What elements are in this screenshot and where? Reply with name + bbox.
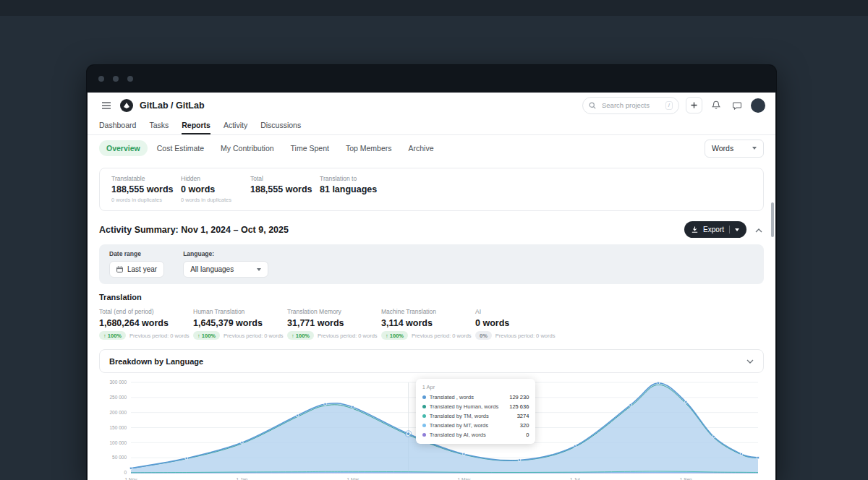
reports-subtabs: OverviewCost EstimateMy ContributionTime… [99,140,441,156]
search-input[interactable] [600,100,661,110]
download-icon [692,226,698,233]
app-header: GitLab / GitLab / [88,93,775,116]
previous-period-note: Previous period: 0 words [318,333,378,339]
translation-metrics: Total (end of period)1,680,264 words↑ 10… [99,308,764,340]
svg-text:1 Sep: 1 Sep [680,477,692,480]
tab-tasks[interactable]: Tasks [149,116,169,134]
tooltip-series-value: 3274 [510,413,529,419]
collapse-section-button[interactable] [754,224,764,235]
tooltip-series-value: 320 [513,422,529,429]
trend-badge: ↑ 100% [381,331,408,340]
series-color-dot [422,424,426,427]
chart-tooltip: 1 Apr Translated , words129 230Translate… [416,379,536,444]
tooltip-row: Translated by Human, words125 636 [422,402,529,411]
scrollbar-thumb[interactable] [771,202,774,237]
user-avatar[interactable] [751,98,765,113]
search-box[interactable]: / [582,97,679,114]
export-label: Export [703,226,724,233]
window-control-close[interactable] [98,76,104,82]
search-shortcut-hint: / [665,101,673,110]
metric-trend-row: 0%Previous period: 0 words [475,331,569,340]
tab-dashboard[interactable]: Dashboard [99,116,136,134]
trend-badge: ↑ 100% [99,331,126,340]
subtab-overview[interactable]: Overview [99,140,148,156]
metric-trend-row: ↑ 100%Previous period: 0 words [287,331,381,340]
calendar-icon [116,266,123,273]
stat-hidden: Hidden0 words0 words in duplicates [181,175,247,203]
tab-discussions[interactable]: Discussions [260,116,301,134]
browser-window: GitLab / GitLab / [87,65,776,480]
messages-icon[interactable] [730,98,744,113]
svg-text:1 Jul: 1 Jul [570,477,580,480]
project-tabs: DashboardTasksReportsActivityDiscussions [88,116,775,135]
search-icon [589,102,596,109]
create-new-button[interactable] [686,97,702,113]
tooltip-row: Translated by MT, words320 [422,421,529,430]
window-control-minimize[interactable] [113,76,119,82]
tooltip-series-value: 0 [519,432,529,438]
svg-text:1 Nov: 1 Nov [125,477,138,480]
stat-total: Total188,555 words [250,175,317,203]
subtab-top-members[interactable]: Top Members [339,140,399,156]
metric-label: Human Translation [193,308,287,315]
svg-text:100 000: 100 000 [110,440,127,445]
series-color-dot [422,395,426,399]
reports-subnav: OverviewCost EstimateMy ContributionTime… [88,135,775,161]
svg-text:1 Jan: 1 Jan [236,477,247,480]
series-color-dot [422,433,426,437]
stat-translation-to: Translation to81 languages [320,175,386,203]
tab-reports[interactable]: Reports [182,116,210,134]
previous-period-note: Previous period: 0 words [129,333,190,339]
export-button[interactable]: Export [684,221,746,238]
trend-badge: 0% [475,331,492,340]
date-range-button[interactable]: Last year [109,261,164,278]
language-label: Language: [183,250,268,257]
metric-value: 1,680,264 words [99,318,193,328]
menu-icon[interactable] [99,98,114,113]
activity-summary-title: Activity Summary: Nov 1, 2024 – Oct 9, 2… [99,225,289,235]
svg-text:1 Mar: 1 Mar [347,477,359,480]
tab-activity[interactable]: Activity [224,116,247,134]
previous-period-note: Previous period: 0 words [412,333,472,339]
breakdown-by-language-panel[interactable]: Breakdown by Language [99,349,764,373]
trend-badge: ↑ 100% [193,331,220,340]
project-title: GitLab / GitLab [140,100,205,111]
tooltip-row: Translated by AI, words0 [422,430,529,440]
tooltip-series-label: Translated by MT, words [430,422,488,429]
stat-value: 0 words [181,184,247,194]
metric-total-end-of-period: Total (end of period)1,680,264 words↑ 10… [99,308,193,340]
app-content: GitLab / GitLab / [88,93,775,480]
units-select[interactable]: Words [705,140,764,158]
notifications-bell-icon[interactable] [709,98,723,113]
svg-text:50 000: 50 000 [112,455,127,460]
metric-trend-row: ↑ 100%Previous period: 0 words [99,331,193,340]
language-group: Language: All languages [183,250,268,278]
metric-human-translation: Human Translation1,645,379 words↑ 100%Pr… [193,308,287,340]
stat-subtext: 0 words in duplicates [181,197,247,203]
metric-ai: AI0 words0%Previous period: 0 words [475,308,569,340]
tooltip-series-label: Translated by Human, words [430,403,499,410]
chevron-down-icon [257,268,261,271]
date-range-group: Date range Last year [109,250,164,278]
subtab-archive[interactable]: Archive [401,140,441,156]
project-logo[interactable] [120,99,133,112]
chevron-down-icon [746,359,754,364]
language-select[interactable]: All languages [183,261,268,278]
metric-value: 0 words [475,318,569,328]
activity-chart[interactable]: 050 000100 000150 000200 000250 000300 0… [99,377,764,480]
metric-label: AI [475,308,569,315]
breakdown-label: Breakdown by Language [109,357,203,366]
subtab-my-contribution[interactable]: My Contribution [213,140,281,156]
metric-label: Translation Memory [287,308,381,315]
date-range-label: Date range [109,250,164,257]
window-control-maximize[interactable] [127,76,133,82]
tooltip-series-value: 125 636 [502,403,529,410]
window-titlebar [87,65,776,93]
export-caret-icon [735,228,739,231]
subtab-cost-estimate[interactable]: Cost Estimate [150,140,211,156]
metric-value: 31,771 words [287,318,381,328]
subtab-time-spent[interactable]: Time Spent [284,140,336,156]
stat-value: 188,555 words [250,184,317,194]
metric-trend-row: ↑ 100%Previous period: 0 words [193,331,287,340]
stat-value: 188,555 words [111,184,178,194]
